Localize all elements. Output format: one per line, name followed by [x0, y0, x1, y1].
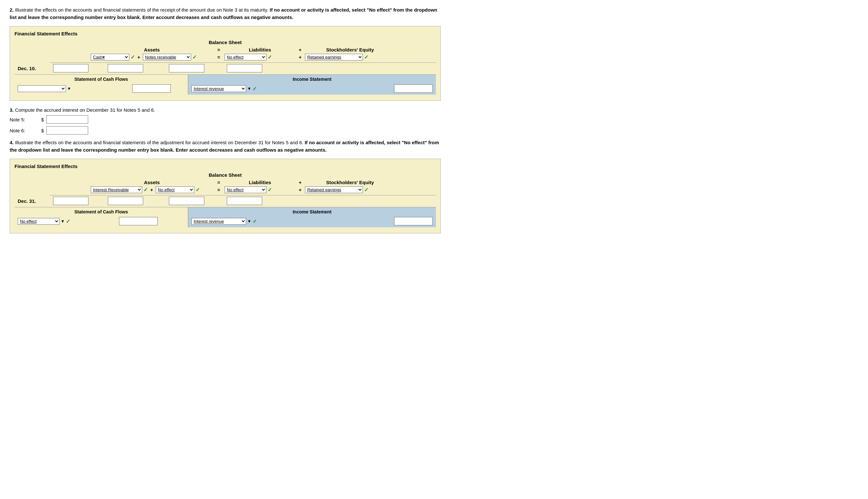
note5-input[interactable]: [46, 115, 88, 124]
date-row2: Dec. 10.: [14, 64, 436, 72]
equity-dropdown4[interactable]: Retained earnings No effect Common stock: [305, 186, 363, 193]
note5-label: Note 5:: [10, 117, 39, 122]
plus-symbol4: +: [295, 180, 305, 185]
fse-section2: Financial Statement Effects Balance Shee…: [10, 26, 441, 101]
is-title4: Income Statement: [191, 209, 433, 215]
eq-sym2: =: [217, 54, 221, 60]
note6-row: Note 6: $: [10, 126, 441, 135]
cf-input4[interactable]: [119, 217, 158, 226]
plus-between-assets2: +: [137, 54, 140, 60]
balance-sheet-header2: Balance Sheet: [14, 40, 436, 45]
fse4-title: Financial Statement Effects: [14, 163, 436, 169]
asset2-input2[interactable]: [108, 64, 143, 72]
cf-input2[interactable]: [132, 84, 171, 93]
cf-dropdown4[interactable]: No effect Operating Investing Financing: [18, 218, 60, 225]
liab-input2[interactable]: [169, 64, 204, 72]
liab-check4: ✓: [268, 187, 272, 193]
cf-arrow2: ▾: [68, 86, 71, 92]
q3-text: 3. Compute the accrued interest on Decem…: [10, 107, 441, 113]
equity-dropdown2[interactable]: Retained earnings No effect Common stock: [305, 54, 363, 61]
date-label4: Dec. 31.: [18, 198, 53, 204]
asset2-check4: ✓: [196, 187, 200, 193]
column-headers4: Assets = Liabilities + Stockholders' Equ…: [50, 180, 436, 185]
cf-title4: Statement of Cash Flows: [18, 209, 185, 215]
equity-check4: ✓: [364, 187, 368, 193]
assets-header2: Assets: [144, 47, 160, 52]
liab-dropdown4[interactable]: No effect Accounts payable: [225, 186, 266, 193]
liab-input4[interactable]: [169, 197, 204, 205]
is-dropdown4[interactable]: Interest revenue No effect Interest expe…: [191, 218, 246, 225]
note6-label: Note 6:: [10, 128, 39, 133]
equity-header4: Stockholders' Equity: [326, 180, 374, 185]
question2-text: 2. Illustrate the effects on the account…: [10, 7, 441, 21]
liab-check2: ✓: [268, 54, 272, 60]
plus-symbol2: +: [295, 47, 305, 52]
note6-dollar: $: [41, 128, 44, 133]
dropdown-row4: Interest Receivable Cash Notes receivabl…: [50, 186, 436, 195]
cf-arrow4: ▾: [61, 218, 64, 224]
is-input2[interactable]: [394, 84, 433, 93]
equity-check2: ✓: [364, 54, 368, 60]
eq-symbol2: =: [213, 47, 225, 52]
asset2-input4[interactable]: [108, 197, 143, 205]
equity-header2: Stockholders' Equity: [326, 47, 374, 52]
asset2-check2: ✓: [192, 54, 197, 60]
asset1-check4: ✓: [143, 187, 148, 193]
cf-row2: No effect Operating Investing Financing …: [18, 84, 185, 93]
liab-header4: Liabilities: [249, 180, 271, 185]
income-section4: Income Statement Interest revenue No eff…: [188, 207, 436, 227]
date-row4: Dec. 31.: [14, 197, 436, 205]
bottom-section2: Statement of Cash Flows No effect Operat…: [14, 74, 436, 95]
fse2-title: Financial Statement Effects: [14, 31, 436, 36]
note5-dollar: $: [41, 117, 44, 122]
eq-symbol4: =: [213, 180, 225, 185]
asset1-dropdown2[interactable]: Cash▾ Notes receivable Interest Receivab…: [91, 54, 129, 61]
cf-row4: No effect Operating Investing Financing …: [18, 217, 185, 226]
plus-sym4: +: [299, 187, 302, 193]
date-label2: Dec. 10.: [18, 66, 53, 71]
is-title2: Income Statement: [191, 77, 433, 82]
is-row2: Interest revenue No effect Interest expe…: [191, 84, 433, 93]
question4-text: 4. Illustrate the effects on the account…: [10, 139, 441, 154]
cash-flows4: Statement of Cash Flows No effect Operat…: [14, 207, 188, 227]
plus-between-assets4: +: [150, 187, 153, 193]
asset1-check2: ✓: [130, 54, 135, 60]
cash-flows2: Statement of Cash Flows No effect Operat…: [14, 75, 188, 95]
asset1-input2[interactable]: [53, 64, 88, 72]
note6-input[interactable]: [46, 126, 88, 135]
equity-input4[interactable]: [227, 197, 262, 205]
cf-dropdown2[interactable]: No effect Operating Investing Financing: [18, 85, 66, 92]
balance-sheet-header4: Balance Sheet: [14, 172, 436, 178]
is-arrow4: ▾: [248, 218, 251, 224]
equity-input2[interactable]: [227, 64, 262, 72]
is-input4[interactable]: [394, 217, 433, 226]
bottom-section4: Statement of Cash Flows No effect Operat…: [14, 207, 436, 227]
plus-sym2: +: [299, 54, 302, 60]
cf-check4: ✓: [66, 218, 70, 224]
is-row4: Interest revenue No effect Interest expe…: [191, 217, 433, 226]
is-check2: ✓: [253, 86, 257, 92]
asset2-dropdown2[interactable]: Notes receivable Cash Interest Receivabl…: [143, 54, 191, 61]
eq-sym4: =: [217, 187, 221, 193]
dropdown-row2: Cash▾ Notes receivable Interest Receivab…: [50, 54, 436, 63]
note5-row: Note 5: $: [10, 115, 441, 124]
asset2-dropdown4[interactable]: No effect Cash Notes receivable Interest…: [156, 186, 194, 193]
is-arrow2: ▾: [248, 86, 251, 92]
is-check4: ✓: [253, 218, 257, 224]
section3: 3. Compute the accrued interest on Decem…: [10, 107, 441, 135]
asset1-dropdown4[interactable]: Interest Receivable Cash Notes receivabl…: [91, 186, 142, 193]
asset1-input4[interactable]: [53, 197, 88, 205]
income-section2: Income Statement Interest revenue No eff…: [188, 75, 436, 95]
cf-title2: Statement of Cash Flows: [18, 77, 185, 82]
liab-header2: Liabilities: [249, 47, 271, 52]
column-headers2: Assets = Liabilities + Stockholders' Equ…: [50, 47, 436, 52]
fse-section4: Financial Statement Effects Balance Shee…: [10, 159, 441, 233]
is-dropdown2[interactable]: Interest revenue No effect Interest expe…: [191, 85, 246, 92]
assets-header4: Assets: [144, 180, 160, 185]
liab-dropdown2[interactable]: No effect Accounts payable: [225, 54, 266, 61]
